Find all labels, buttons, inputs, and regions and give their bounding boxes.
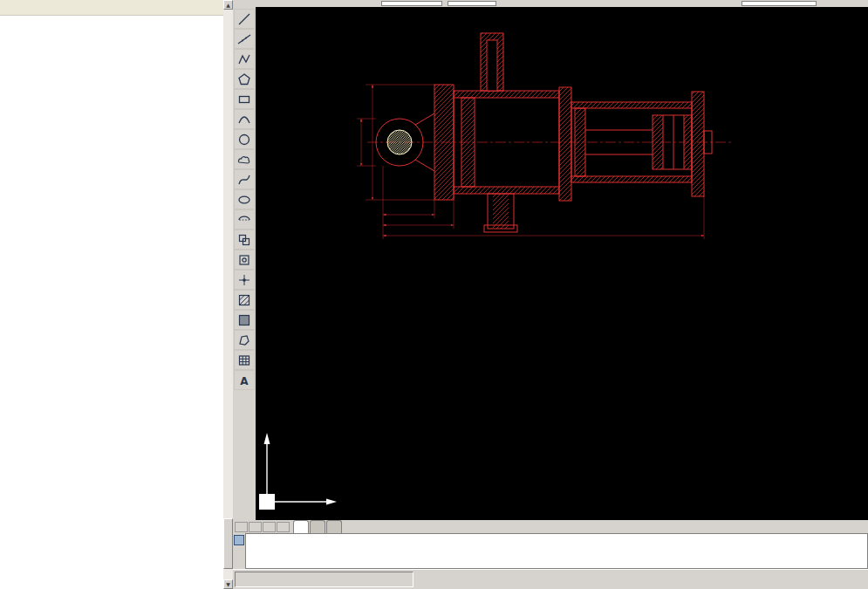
ellipse-tool-button[interactable] bbox=[234, 189, 255, 209]
drawing-canvas[interactable] bbox=[256, 7, 868, 520]
scrollbar-thumb[interactable] bbox=[223, 518, 233, 569]
make-block-tool-button[interactable] bbox=[234, 250, 255, 270]
scroll-down-icon[interactable]: ▼ bbox=[223, 579, 233, 589]
highlighted-pin-bore bbox=[387, 130, 412, 154]
rectangle-tool-button[interactable] bbox=[234, 89, 255, 109]
hatch-tool-button[interactable] bbox=[234, 290, 255, 310]
spline-tool-button[interactable] bbox=[234, 169, 255, 189]
toolbar-combo[interactable] bbox=[381, 1, 442, 6]
file-list-scrollbar[interactable]: ▲ ▼ bbox=[223, 0, 233, 589]
line-tool-button[interactable] bbox=[234, 9, 255, 29]
cad-drawing[interactable] bbox=[256, 7, 868, 520]
ellipse-arc-tool-button[interactable] bbox=[234, 209, 255, 229]
tab-nav-next-icon[interactable] bbox=[263, 522, 276, 532]
polygon-tool-button[interactable] bbox=[234, 69, 255, 89]
region-tool-button[interactable] bbox=[234, 330, 255, 350]
layout-tab-bar bbox=[233, 520, 868, 533]
table-tool-button[interactable] bbox=[234, 350, 255, 370]
construction-line-tool-button[interactable] bbox=[234, 29, 255, 49]
tab-layout2[interactable] bbox=[326, 520, 342, 533]
toolbar-combo[interactable] bbox=[742, 1, 817, 6]
revision-cloud-tool-button[interactable] bbox=[234, 149, 255, 169]
draw-toolbar: A bbox=[233, 7, 256, 520]
svg-text:A: A bbox=[240, 374, 249, 387]
tab-layout1[interactable] bbox=[310, 520, 325, 533]
gradient-tool-button[interactable] bbox=[234, 310, 255, 330]
coordinates-readout[interactable] bbox=[235, 572, 413, 587]
tab-model[interactable] bbox=[293, 520, 309, 533]
status-bar bbox=[233, 569, 868, 589]
cylinder-assembly bbox=[367, 33, 734, 232]
ucs-icon bbox=[259, 433, 337, 510]
toolbar-strip bbox=[233, 0, 868, 7]
scroll-up-icon[interactable]: ▲ bbox=[223, 0, 233, 10]
tab-nav bbox=[235, 522, 290, 532]
command-window bbox=[233, 533, 868, 569]
file-list-panel bbox=[0, 0, 224, 589]
toolbar-combo[interactable] bbox=[448, 1, 496, 6]
multiline-text-tool-button[interactable]: A bbox=[234, 370, 255, 390]
cad-region: A bbox=[233, 0, 868, 589]
command-input-area[interactable] bbox=[245, 533, 868, 569]
insert-block-tool-button[interactable] bbox=[234, 229, 255, 250]
tab-nav-first-icon[interactable] bbox=[235, 522, 248, 532]
polyline-tool-button[interactable] bbox=[234, 49, 255, 69]
arc-tool-button[interactable] bbox=[234, 109, 255, 129]
tab-nav-prev-icon[interactable] bbox=[249, 522, 262, 532]
circle-tool-button[interactable] bbox=[234, 129, 255, 149]
file-list-header[interactable] bbox=[0, 0, 223, 16]
point-tool-button[interactable] bbox=[234, 270, 255, 290]
tab-nav-last-icon[interactable] bbox=[277, 522, 290, 532]
command-window-icon bbox=[234, 535, 244, 545]
